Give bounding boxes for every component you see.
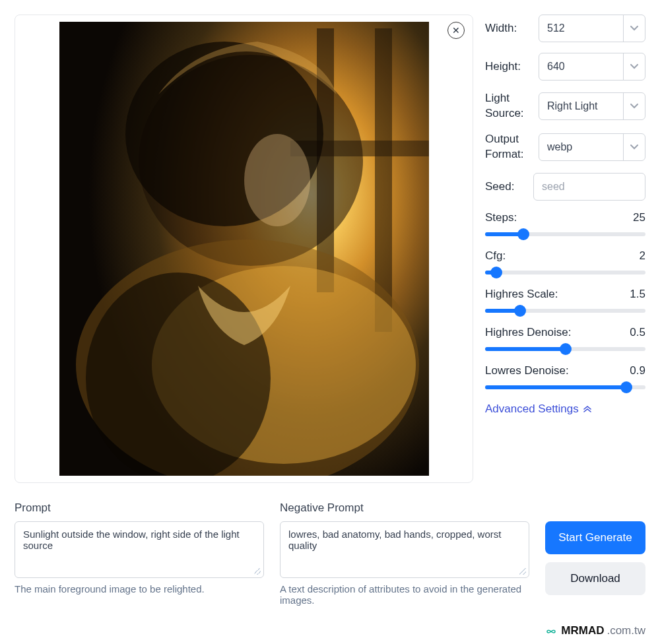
chevron-down-icon	[624, 145, 645, 150]
output-format-select[interactable]: webp	[539, 133, 645, 161]
lowres-denoise-slider[interactable]: Lowres Denoise: 0.9	[485, 364, 645, 393]
lowres-denoise-value: 0.9	[630, 364, 645, 377]
prompt-hint: The main foreground image to be relighte…	[15, 583, 264, 595]
close-icon[interactable]: ✕	[447, 22, 465, 39]
output-format-label: Output Format:	[485, 132, 524, 162]
steps-label: Steps:	[485, 211, 517, 224]
controls-panel: Width: 512 Height: 640 Light	[485, 15, 645, 416]
chevron-up-double-icon	[583, 402, 592, 416]
prompt-value: Sunlight outside the window, right side …	[23, 529, 240, 551]
negative-prompt-hint: A text description of attributes to avoi…	[280, 583, 529, 606]
resize-grip-icon[interactable]	[519, 568, 526, 575]
steps-slider[interactable]: Steps: 25	[485, 211, 645, 240]
height-value: 640	[539, 61, 623, 73]
close-glyph: ✕	[452, 26, 460, 35]
start-generate-button[interactable]: Start Generate	[545, 521, 645, 554]
highres-denoise-value: 0.5	[630, 326, 645, 339]
cfg-slider[interactable]: Cfg: 2	[485, 249, 645, 278]
negative-prompt-value: lowres, bad anatomy, bad hands, cropped,…	[288, 529, 501, 551]
svg-point-5	[244, 134, 310, 226]
preview-panel: ✕	[15, 15, 473, 483]
advanced-settings-label: Advanced Settings	[485, 402, 579, 416]
height-input[interactable]: 640	[539, 53, 645, 80]
width-input[interactable]: 512	[539, 15, 645, 42]
width-value: 512	[539, 22, 623, 34]
prompt-textarea[interactable]: Sunlight outside the window, right side …	[15, 521, 264, 578]
highres-denoise-slider[interactable]: Highres Denoise: 0.5	[485, 326, 645, 355]
highres-scale-value: 1.5	[630, 288, 645, 301]
light-source-label: Light Source:	[485, 91, 524, 121]
steps-value: 25	[633, 211, 645, 224]
seed-input[interactable]: seed	[533, 173, 645, 201]
prompt-title: Prompt	[15, 501, 264, 515]
highres-denoise-label: Highres Denoise:	[485, 326, 571, 339]
lowres-denoise-label: Lowres Denoise:	[485, 364, 569, 377]
light-source-value: Right Light	[539, 100, 623, 112]
cfg-value: 2	[640, 249, 645, 263]
light-source-select[interactable]: Right Light	[539, 92, 645, 120]
svg-point-8	[86, 273, 271, 476]
resize-grip-icon[interactable]	[254, 568, 261, 575]
chevron-down-icon	[624, 64, 645, 69]
highres-scale-label: Highres Scale:	[485, 288, 558, 301]
negative-prompt-title: Negative Prompt	[280, 501, 529, 515]
width-label: Width:	[485, 22, 517, 35]
negative-prompt-textarea[interactable]: lowres, bad anatomy, bad hands, cropped,…	[280, 521, 529, 578]
advanced-settings-toggle[interactable]: Advanced Settings	[485, 402, 645, 416]
output-format-value: webp	[539, 141, 623, 153]
seed-label: Seed:	[485, 180, 514, 193]
download-button[interactable]: Download	[545, 562, 645, 595]
height-label: Height:	[485, 60, 521, 73]
generated-image	[59, 22, 429, 476]
chevron-down-icon	[624, 26, 645, 31]
chevron-down-icon	[624, 104, 645, 109]
cfg-label: Cfg:	[485, 249, 506, 263]
highres-scale-slider[interactable]: Highres Scale: 1.5	[485, 288, 645, 317]
